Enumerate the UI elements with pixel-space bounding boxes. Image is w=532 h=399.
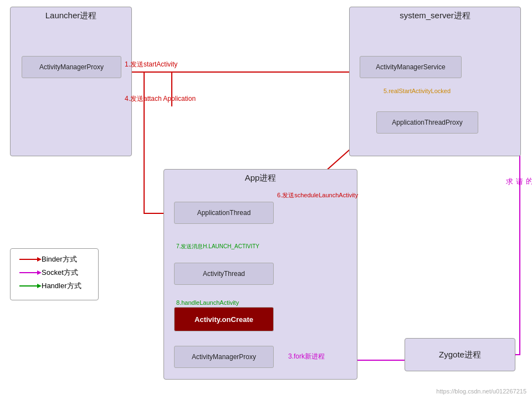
zygote-process: Zygote进程: [405, 338, 515, 371]
app-process: App进程 ApplicationThread ActivityThread A…: [163, 169, 357, 380]
launcher-amp: ActivityManagerProxy: [22, 56, 121, 78]
legend-binder-label: Binder方式: [42, 254, 77, 264]
launcher-process: Launcher进程 ActivityManagerProxy: [10, 7, 132, 156]
legend-socket-label: Socket方式: [42, 268, 78, 278]
atp-component: ApplicationThreadProxy: [376, 111, 478, 134]
launcher-process-title: Launcher进程: [11, 7, 131, 24]
svg-marker-9: [37, 270, 42, 275]
activity-thread-component: ActivityThread: [174, 263, 274, 285]
binder-line-icon: [19, 255, 42, 263]
legend-handler-label: Handler方式: [42, 281, 81, 291]
legend-binder: Binder方式: [19, 254, 89, 264]
legend-socket: Socket方式: [19, 268, 89, 278]
step8-label: 8.handleLaunchActivity: [176, 299, 239, 306]
step3-label: 3.fork新进程: [288, 352, 325, 361]
svg-marker-11: [37, 284, 42, 288]
legend-box: Binder方式 Socket方式 Handler方式: [10, 248, 99, 300]
system-server-process: system_server进程 ActivityManagerService A…: [349, 7, 521, 156]
svg-marker-7: [37, 257, 42, 262]
step7-label: 7.发送消息H.LAUNCH_ACTIVITY: [176, 243, 259, 250]
diagram-container: Launcher进程 ActivityManagerProxy system_s…: [0, 0, 532, 399]
zygote-title: Zygote进程: [433, 346, 487, 364]
step6-label: 6.发送scheduleLaunchActivity: [277, 191, 358, 200]
activity-oncreate-component: Activity.onCreate: [174, 307, 274, 331]
step2-label: 2.发送创建进程的请求: [504, 172, 532, 178]
step1-label: 1.发送startActivity: [125, 60, 177, 69]
app-thread-component: ApplicationThread: [174, 202, 274, 224]
app-amp-component: ActivityManagerProxy: [174, 346, 274, 368]
app-process-title: App进程: [164, 170, 357, 187]
handler-line-icon: [19, 282, 42, 290]
step4-label: 4.发送attach Application: [125, 94, 196, 104]
socket-line-icon: [19, 269, 42, 277]
ams-component: ActivityManagerService: [360, 56, 462, 78]
watermark: https://blog.csdn.net/u012267215: [436, 388, 526, 395]
system-server-title: system_server进程: [350, 7, 520, 24]
legend-handler: Handler方式: [19, 281, 89, 291]
step5-label: 5.realStartActivityLocked: [383, 88, 451, 94]
